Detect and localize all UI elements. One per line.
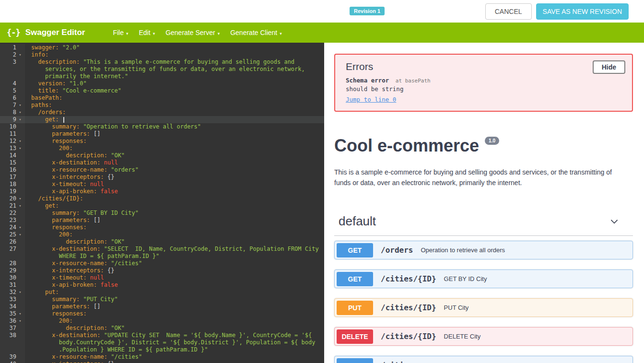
code-text: summary: "PUT City"	[25, 296, 324, 303]
editor-line[interactable]: 35▾ responses:	[0, 310, 324, 317]
operation-delete--cities-ID-[interactable]: DELETE/cities/{ID}DELETE City	[334, 327, 633, 346]
fold-arrow-icon[interactable]: ▾	[16, 202, 24, 210]
cancel-button[interactable]: CANCEL	[485, 3, 532, 20]
operation-summary: PUT City	[444, 304, 469, 311]
app-title: Swagger Editor	[25, 28, 85, 37]
fold-arrow-icon[interactable]: ▾	[16, 310, 24, 317]
editor-line[interactable]: 38 x-destination: "UPDATE City SET Name …	[0, 332, 324, 339]
fold-arrow-icon[interactable]: ▾	[16, 195, 24, 202]
operation-get--orders[interactable]: GET/ordersOperation to retrieve all orde…	[334, 241, 633, 259]
menu-edit[interactable]: Edit▾	[139, 29, 155, 36]
menu-generate-server[interactable]: Generate Server▾	[165, 29, 220, 36]
editor-line[interactable]: 17 x-interceptors: {}	[0, 174, 324, 181]
method-badge: GET	[337, 272, 373, 286]
code-editor[interactable]: 1swagger: "2.0"2▾info:3 description: "Th…	[0, 43, 324, 363]
line-number: 32	[0, 289, 16, 296]
code-text: info:	[25, 51, 324, 59]
editor-line[interactable]: 40 x-interceptors: {}	[0, 361, 324, 363]
editor-line[interactable]: 39 x-resource-name: "/cities"	[0, 353, 324, 361]
editor-line[interactable]: .Population } WHERE ID = ${ pathParam.ID…	[0, 346, 324, 353]
operation-get--cities[interactable]: GET/citiesGET City	[334, 356, 633, 363]
editor-line[interactable]: 27 x-destination: "SELECT ID, Name, Coun…	[0, 246, 324, 253]
operation-get--cities-ID-[interactable]: GET/cities/{ID}GET BY ID City	[334, 269, 633, 288]
editor-line[interactable]: 11 parameters: []	[0, 130, 324, 138]
fold-spacer	[16, 296, 24, 303]
editor-line[interactable]: 1swagger: "2.0"	[0, 44, 324, 51]
editor-line[interactable]: 24▾ responses:	[0, 224, 324, 231]
code-text: responses:	[25, 310, 324, 317]
editor-line[interactable]: 3 description: "This is a sample e-comme…	[0, 59, 324, 66]
editor-line[interactable]: 28 x-resource-name: "/cities"	[0, 260, 324, 267]
editor-line[interactable]: 9▾ get:	[0, 116, 324, 123]
editor-line[interactable]: 7▾paths:	[0, 102, 324, 109]
tag-section-default[interactable]: default	[334, 214, 633, 236]
editor-line[interactable]: 12▾ responses:	[0, 138, 324, 145]
line-number: 39	[0, 353, 16, 361]
editor-line[interactable]: 32▾ put:	[0, 289, 324, 296]
line-gutter: 36▾	[0, 317, 25, 325]
editor-line[interactable]: body.CountryCode }', District = '${ body…	[0, 339, 324, 346]
save-as-new-revision-button[interactable]: SAVE AS NEW REVISION	[536, 3, 629, 20]
fold-arrow-icon[interactable]: ▾	[16, 317, 24, 325]
editor-line[interactable]: 34 parameters: []	[0, 303, 324, 310]
code-text: 200:	[25, 145, 324, 152]
hide-errors-button[interactable]: Hide	[593, 60, 625, 74]
line-number: 2	[0, 51, 16, 59]
editor-line[interactable]: 21▾ get:	[0, 202, 324, 210]
editor-line[interactable]: 29 x-interceptors: {}	[0, 267, 324, 274]
fold-arrow-icon[interactable]: ▾	[16, 145, 24, 152]
editor-line[interactable]: 6basePath:	[0, 94, 324, 102]
editor-line[interactable]: 2▾info:	[0, 51, 324, 59]
fold-arrow-icon[interactable]: ▾	[16, 289, 24, 296]
operation-path: /cities	[381, 361, 413, 363]
line-gutter	[0, 253, 25, 260]
editor-line[interactable]: 10 summary: "Operation to retrieve all o…	[0, 123, 324, 130]
error-message: should be string	[346, 85, 624, 93]
editor-line[interactable]: 25▾ 200:	[0, 231, 324, 238]
operation-path: /cities/{ID}	[381, 274, 436, 283]
chevron-down-icon[interactable]	[609, 216, 620, 227]
editor-line[interactable]: 31 x-api-broken: false	[0, 281, 324, 289]
editor-line[interactable]: 8▾ /orders:	[0, 109, 324, 116]
fold-arrow-icon[interactable]: ▾	[16, 116, 24, 123]
editor-line[interactable]: 36▾ 200:	[0, 317, 324, 325]
code-text: summary: "Operation to retrieve all orde…	[25, 123, 324, 130]
fold-arrow-icon[interactable]: ▾	[16, 138, 24, 145]
editor-line[interactable]: 37 description: "OK"	[0, 325, 324, 332]
jump-to-line-link[interactable]: Jump to line 0	[346, 96, 396, 103]
operation-put--cities-ID-[interactable]: PUT/cities/{ID}PUT City	[334, 298, 633, 317]
fold-spacer	[16, 130, 24, 138]
operations-list: GET/ordersOperation to retrieve all orde…	[334, 241, 633, 363]
fold-arrow-icon[interactable]: ▾	[16, 102, 24, 109]
fold-arrow-icon[interactable]: ▾	[16, 109, 24, 116]
editor-line[interactable]: 23 parameters: []	[0, 217, 324, 224]
editor-line[interactable]: WHERE ID = ${ pathParam.ID }"	[0, 253, 324, 260]
line-gutter: 27	[0, 246, 25, 253]
code-text: WHERE ID = ${ pathParam.ID }"	[25, 253, 324, 260]
editor-line[interactable]: 14 description: "OK"	[0, 152, 324, 159]
menu-generate-client[interactable]: Generate Client▾	[230, 29, 282, 36]
editor-line[interactable]: 22 summary: "GET BY ID City"	[0, 210, 324, 217]
errors-panel: Errors Hide Schema error at basePath sho…	[334, 54, 633, 112]
editor-line[interactable]: 26 description: "OK"	[0, 238, 324, 246]
editor-line[interactable]: 30 x-timeout: null	[0, 274, 324, 281]
editor-line[interactable]: 15 x-destination: null	[0, 159, 324, 166]
revision-badge: Revision 1	[350, 7, 385, 15]
fold-arrow-icon[interactable]: ▾	[16, 224, 24, 231]
editor-line[interactable]: 33 summary: "PUT City"	[0, 296, 324, 303]
editor-line[interactable]: 16 x-resource-name: "orders"	[0, 166, 324, 174]
api-title-text: Cool e-commerce	[334, 136, 479, 155]
editor-line[interactable]: 19 x-api-broken: false	[0, 188, 324, 195]
editor-line[interactable]: 13▾ 200:	[0, 145, 324, 152]
editor-line[interactable]: services, or the transmitting of funds o…	[0, 66, 324, 73]
line-gutter: 12▾	[0, 138, 25, 145]
editor-line[interactable]: 20▾ /cities/{ID}:	[0, 195, 324, 202]
editor-line[interactable]: 18 x-timeout: null	[0, 181, 324, 188]
editor-line[interactable]: 5 title: "Cool e-commerce"	[0, 87, 324, 94]
menu-file[interactable]: File▾	[113, 29, 128, 36]
operation-path: /cities/{ID}	[381, 303, 436, 312]
fold-arrow-icon[interactable]: ▾	[16, 231, 24, 238]
fold-arrow-icon[interactable]: ▾	[16, 51, 24, 59]
editor-line[interactable]: primarily the internet."	[0, 73, 324, 80]
editor-line[interactable]: 4 version: "1.0"	[0, 80, 324, 87]
